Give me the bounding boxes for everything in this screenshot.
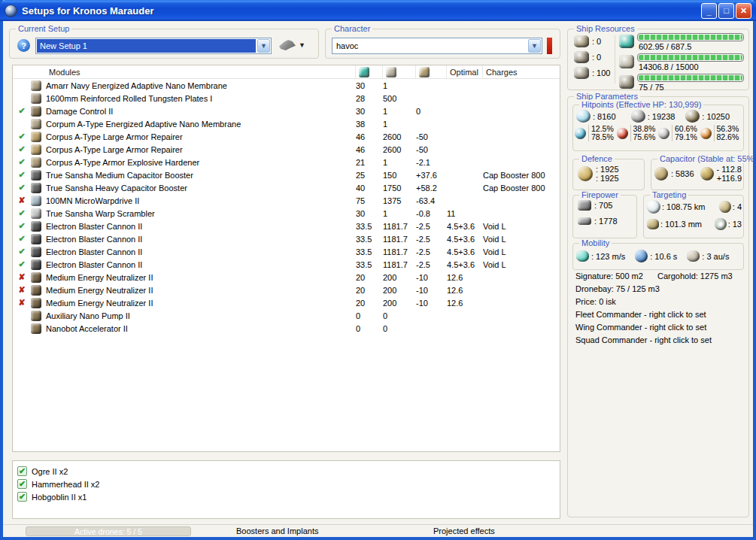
module-row[interactable]: ✔Electron Blaster Cannon II33.51181.7-2.… <box>13 245 560 258</box>
max-targets-icon <box>719 201 731 213</box>
module-row[interactable]: ✔True Sansha Warp Scrambler301-0.811 <box>13 207 560 220</box>
boosters-implants-button[interactable]: Boosters and Implants <box>236 526 318 535</box>
module-cap-use: -10 <box>416 273 447 282</box>
scan-resolution-icon <box>647 219 659 229</box>
module-name: Damage Control II <box>46 107 356 116</box>
module-active-check-icon: ✔ <box>13 132 31 141</box>
module-row[interactable]: ✘Medium Energy Neutralizer II20200-1012.… <box>13 271 560 284</box>
close-button[interactable]: ✕ <box>736 3 751 19</box>
module-row[interactable]: Nanobot Accelerator II00 <box>13 322 560 335</box>
active-drones-button[interactable]: Active drones: 5 / 5 <box>26 526 191 536</box>
module-row[interactable]: Auxiliary Nano Pump II00 <box>13 309 560 322</box>
title-bar[interactable]: Setups for Kronos Marauder _ □ ✕ <box>0 0 756 21</box>
module-cpu: 0 <box>356 324 383 333</box>
minimize-button[interactable]: _ <box>701 3 717 19</box>
character-combobox[interactable]: havoc ▼ <box>332 38 542 54</box>
module-offline-x-icon: ✘ <box>13 196 31 205</box>
drone-checkbox[interactable]: ✔ <box>17 479 27 489</box>
module-cap-use: -63.4 <box>416 196 447 205</box>
drone-checkbox[interactable]: ✔ <box>17 492 27 502</box>
resource-progress-bar <box>637 33 744 41</box>
module-cap-use: -2.1 <box>416 158 447 167</box>
drone-checkbox[interactable]: ✔ <box>17 466 27 476</box>
app-icon <box>5 5 17 17</box>
drone-label: Hammerhead II x2 <box>32 480 99 489</box>
chevron-down-icon[interactable]: ▼ <box>528 39 541 53</box>
status-bar: Active drones: 5 / 5 Boosters and Implan… <box>3 524 753 537</box>
drone-item[interactable]: ✔Hammerhead II x2 <box>17 478 555 490</box>
module-cpu: 20 <box>356 286 383 295</box>
module-cap-use: 0 <box>416 107 447 116</box>
module-powergrid: 150 <box>383 171 416 180</box>
launcher-hardpoints-row: : 0 <box>574 51 613 63</box>
setup-combobox[interactable]: New Setup 1 ▼ <box>35 38 272 54</box>
module-icon <box>31 234 41 244</box>
module-row[interactable]: ✘Medium Energy Neutralizer II20200-1012.… <box>13 284 560 296</box>
module-icon <box>31 298 41 308</box>
character-label: Character <box>332 24 372 33</box>
module-active-check-icon: ✔ <box>13 106 31 116</box>
module-cpu: 21 <box>356 158 383 167</box>
module-row[interactable]: ✔Corpus A-Type Armor Explosive Hardener2… <box>13 156 560 168</box>
module-optimal: 4.5+3.6 <box>447 260 483 269</box>
drone-label: Hobgoblin II x1 <box>32 493 87 502</box>
character-combobox-value: havoc <box>333 39 527 53</box>
powergrid-column-icon <box>383 65 416 78</box>
wrench-icon <box>279 40 296 50</box>
module-powergrid: 1181.7 <box>383 247 416 256</box>
module-cpu: 38 <box>356 120 383 129</box>
resource-bar-text: 14306.8 / 15000 <box>639 62 744 71</box>
targeting-group: Targeting : 108.75 km : 4 : 101.3 mm : 1… <box>643 195 744 238</box>
capacitor-column-icon <box>416 65 447 78</box>
cpu-column-icon <box>356 65 383 78</box>
resource-slot-value: : 0 <box>592 37 601 46</box>
ship-info-text: Signature: 500 m2Cargohold: 1275 m3Drone… <box>575 272 744 348</box>
maximize-button[interactable]: □ <box>718 3 734 19</box>
module-name: True Sansha Heavy Capacitor Booster <box>46 184 356 193</box>
module-row[interactable]: ✔Electron Blaster Cannon II33.51181.7-2.… <box>13 258 560 271</box>
module-row[interactable]: ✔Damage Control II3010 <box>13 105 560 117</box>
projected-effects-button[interactable]: Projected effects <box>433 526 495 535</box>
module-active-check-icon: ✔ <box>13 247 31 256</box>
help-icon[interactable]: ? <box>17 39 30 52</box>
turret-hardpoints-row: : 0 <box>574 35 613 47</box>
module-optimal: 4.5+3.6 <box>447 247 483 256</box>
module-cpu: 30 <box>356 81 383 90</box>
module-optimal: 11 <box>447 209 483 218</box>
module-cpu: 30 <box>356 209 383 218</box>
module-powergrid: 200 <box>383 286 416 295</box>
resist-armor-pct: 79.1% <box>675 132 697 141</box>
mobility-label: Mobility <box>579 238 612 247</box>
module-row[interactable]: ✘100MN MicroWarpdrive II751375-63.4 <box>13 194 560 207</box>
cap-recharge-icon <box>700 167 714 181</box>
module-powergrid: 1 <box>383 158 416 167</box>
kinetic-resist-icon <box>658 128 669 139</box>
module-name: Electron Blaster Cannon II <box>46 235 356 244</box>
module-row[interactable]: Corpum A-Type Energized Adaptive Nano Me… <box>13 117 560 130</box>
module-cap-use: -2.5 <box>416 260 447 269</box>
module-cap-use: -10 <box>416 299 447 308</box>
module-row[interactable]: ✔Corpus A-Type Large Armor Repairer46260… <box>13 143 560 156</box>
ship-parameters-group: Ship Parameters Hitpoints (Effective HP:… <box>567 96 749 517</box>
module-name: Corpus A-Type Large Armor Repairer <box>46 132 356 141</box>
module-row[interactable]: ✘Medium Energy Neutralizer II20200-1012.… <box>13 296 560 309</box>
setup-combobox-value: New Setup 1 <box>37 39 256 53</box>
modules-table: Modules Optimal Charges Amarr Navy Energ… <box>12 65 560 452</box>
setup-tools-button[interactable]: ▼ <box>279 40 305 50</box>
module-name: 1600mm Reinforced Rolled Tungsten Plates… <box>46 94 356 103</box>
module-row[interactable]: ✔Electron Blaster Cannon II33.51181.7-2.… <box>13 220 560 232</box>
module-row[interactable]: ✔True Sansha Medium Capacitor Booster251… <box>13 168 560 181</box>
module-cpu: 46 <box>356 132 383 141</box>
module-row[interactable]: Amarr Navy Energized Adaptive Nano Membr… <box>13 79 560 92</box>
module-cap-use: -0.8 <box>416 209 447 218</box>
ship-resources-label: Ship Resources <box>574 24 637 33</box>
module-row[interactable]: 1600mm Reinforced Rolled Tungsten Plates… <box>13 92 560 105</box>
module-powergrid: 0 <box>383 311 416 320</box>
capacitor-icon <box>654 167 668 181</box>
module-row[interactable]: ✔True Sansha Heavy Capacitor Booster4017… <box>13 181 560 194</box>
chevron-down-icon[interactable]: ▼ <box>257 39 270 53</box>
drone-item[interactable]: ✔Hobgoblin II x1 <box>17 490 555 503</box>
module-row[interactable]: ✔Corpus A-Type Large Armor Repairer46260… <box>13 130 560 143</box>
module-row[interactable]: ✔Electron Blaster Cannon II33.51181.7-2.… <box>13 232 560 245</box>
drone-item[interactable]: ✔Ogre II x2 <box>17 465 555 478</box>
